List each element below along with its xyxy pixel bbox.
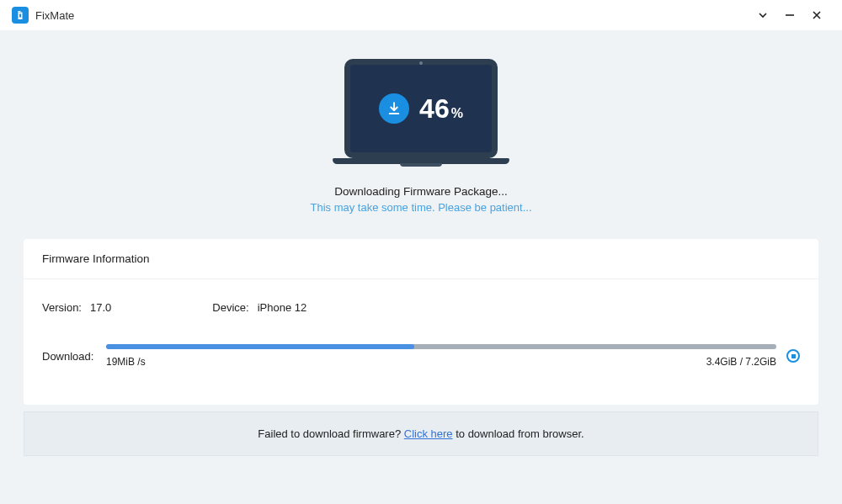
dropdown-button[interactable] xyxy=(749,2,776,29)
download-speed: 19MiB /s xyxy=(106,356,146,368)
firmware-info-panel: Firmware Information Version: 17.0 Devic… xyxy=(24,239,818,405)
app-icon xyxy=(12,7,29,24)
minimize-button[interactable] xyxy=(776,2,803,29)
download-label: Download: xyxy=(42,350,96,363)
progress-bar xyxy=(106,344,776,349)
app-title: FixMate xyxy=(35,9,74,22)
percent-symbol: % xyxy=(451,106,463,121)
status-subtext: This may take some time. Please be patie… xyxy=(0,201,842,214)
version-value: 17.0 xyxy=(90,301,111,314)
stop-icon xyxy=(791,354,796,358)
main-content: 46 % Downloading Firmware Package... Thi… xyxy=(0,30,842,456)
laptop-illustration: 46 % xyxy=(0,59,842,167)
panel-title: Firmware Information xyxy=(24,239,818,279)
svg-rect-0 xyxy=(19,14,21,18)
footer-message: Failed to download firmware? Click here … xyxy=(24,411,818,456)
version-field: Version: 17.0 xyxy=(42,301,111,314)
device-field: Device: iPhone 12 xyxy=(212,301,306,314)
progress-fill xyxy=(106,344,414,349)
footer-suffix: to download from browser. xyxy=(453,427,584,440)
version-label: Version: xyxy=(42,301,82,314)
progress-percent: 46 % xyxy=(419,93,463,125)
percent-number: 46 xyxy=(419,93,450,125)
status-text: Downloading Firmware Package... xyxy=(0,185,842,198)
device-value: iPhone 12 xyxy=(258,301,307,314)
download-browser-link[interactable]: Click here xyxy=(404,427,453,440)
download-size: 3.4GiB / 7.2GiB xyxy=(706,356,776,368)
footer-prefix: Failed to download firmware? xyxy=(258,427,403,440)
device-label: Device: xyxy=(212,301,248,314)
stop-button[interactable] xyxy=(786,349,800,363)
close-button[interactable] xyxy=(803,2,830,29)
titlebar: FixMate xyxy=(0,0,842,30)
download-arrow-icon xyxy=(379,93,409,124)
